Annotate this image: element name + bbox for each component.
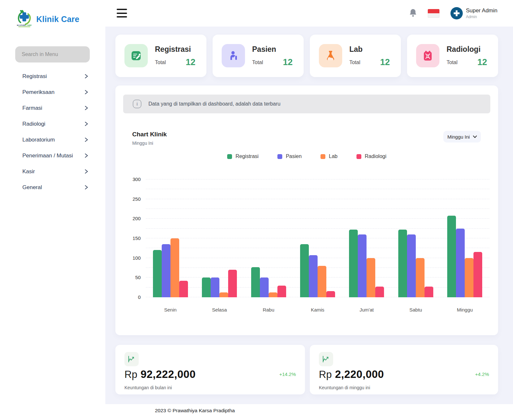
bar-lab: [465, 258, 473, 297]
topbar: Super Admin Admin: [105, 0, 513, 27]
sidebar-item-label: Registrasi: [22, 73, 47, 80]
bar-registrasi: [300, 244, 309, 297]
legend-item-registrasi[interactable]: Registrasi: [227, 153, 259, 159]
chevron-down-icon: [473, 135, 477, 138]
stat-title: Lab: [349, 45, 363, 54]
money-card-month: Rp 92,222,000 +14.2% Keuntungan di bulan…: [115, 345, 305, 394]
bar-pasien: [456, 229, 465, 297]
sidebar-item-label: Penerimaan / Mutasi: [22, 153, 73, 159]
bar-radiologi: [277, 286, 286, 297]
stat-value: 12: [380, 57, 390, 67]
patient-icon: [222, 44, 245, 67]
stat-total-label: Total: [155, 60, 166, 65]
sidebar-item-penerimaan-mutasi[interactable]: Penerimaan / Mutasi: [0, 148, 105, 164]
chevron-right-icon: [84, 74, 88, 79]
indonesia-flag-icon[interactable]: [428, 9, 439, 18]
period-filter-dropdown[interactable]: Minggu Ini: [443, 131, 481, 142]
legend-swatch: [227, 154, 232, 159]
info-banner-text: Data yang di tampilkan di dashboard, ada…: [148, 101, 280, 107]
bar-lab: [318, 266, 326, 297]
money-caption: Keuntungan di bulan ini: [124, 385, 172, 390]
notification-bell-icon[interactable]: [409, 8, 417, 18]
info-banner: i Data yang di tampilkan di dashboard, a…: [123, 95, 490, 113]
sidebar-item-radiologi[interactable]: Radiologi: [0, 116, 105, 132]
legend-item-radiologi[interactable]: Radiologi: [356, 153, 387, 159]
chart-subtitle: Minggu Ini: [132, 141, 153, 146]
stat-total-label: Total: [252, 60, 263, 65]
chevron-right-icon: [84, 90, 88, 95]
legend-label: Registrasi: [236, 153, 259, 159]
chevron-right-icon: [84, 153, 88, 158]
bar-group-rabu: [244, 179, 293, 297]
period-filter-value: Minggu Ini: [447, 134, 470, 140]
bar-pasien: [407, 234, 416, 297]
bar-lab: [170, 238, 179, 297]
bar-registrasi: [349, 230, 358, 297]
sidebar-item-kasir[interactable]: Kasir: [0, 164, 105, 179]
money-caption: Keuntungan di minggu ini: [319, 385, 370, 390]
brand-logo-row[interactable]: KLINIKCARE Klinik Care: [16, 9, 79, 29]
y-axis-tick-label: 0: [124, 294, 141, 300]
delta-badge: +14.2%: [279, 371, 296, 377]
delta-badge: +4.2%: [475, 371, 489, 377]
sidebar: KLINIKCARE Klinik Care Registrasi Pemeri…: [0, 0, 105, 420]
chevron-right-icon: [84, 185, 88, 190]
x-axis-tick-label: Selasa: [195, 307, 244, 312]
x-axis-tick-label: Kamis: [293, 307, 342, 312]
stat-total-label: Total: [447, 60, 458, 65]
sidebar-item-registrasi[interactable]: Registrasi: [0, 68, 105, 84]
stat-value: 12: [186, 57, 195, 67]
footer-copyright: 2023 © Prawathiya Karsa Pradiptha: [155, 408, 235, 414]
bar-registrasi: [398, 230, 407, 297]
chart-line-icon: [124, 352, 139, 366]
bar-radiologi: [473, 252, 482, 297]
stat-card-pasien: Pasien Total 12: [213, 35, 304, 77]
hamburger-menu-icon[interactable]: [117, 9, 127, 17]
y-axis-tick-label: 50: [124, 275, 141, 280]
dashboard-page: KLINIKCARE Klinik Care Registrasi Pemeri…: [0, 0, 513, 420]
bar-pasien: [358, 234, 367, 297]
sidebar-item-farmasi[interactable]: Farmasi: [0, 100, 105, 116]
amount-value: 92,222,000: [141, 368, 196, 380]
user-menu[interactable]: Super Admin Admin: [450, 7, 497, 19]
stat-title: Registrasi: [155, 45, 191, 54]
sidebar-item-label: Farmasi: [22, 105, 42, 111]
bar-lab: [367, 258, 375, 297]
bar-pasien: [162, 244, 170, 297]
bar-group-kamis: [293, 179, 342, 297]
stat-value: 12: [477, 57, 487, 67]
bar-groups: [146, 179, 489, 297]
legend-item-pasien[interactable]: Pasien: [277, 153, 302, 159]
legend-swatch: [277, 154, 282, 159]
bar-registrasi: [251, 267, 260, 297]
bar-chart-plot: 050100150200250300: [146, 179, 489, 297]
currency-label: Rp: [319, 369, 332, 380]
sidebar-item-laboratorium[interactable]: Laboratorium: [0, 132, 105, 148]
y-axis-tick-label: 150: [124, 235, 141, 241]
chevron-right-icon: [84, 137, 88, 142]
sidebar-item-label: Radiologi: [22, 121, 45, 127]
sidebar-item-label: Laboratorium: [22, 137, 55, 143]
bar-pasien: [260, 278, 269, 297]
x-axis-tick-label: Jum'at: [342, 307, 391, 312]
bar-registrasi: [202, 278, 211, 297]
stat-total-label: Total: [349, 60, 360, 65]
x-axis-tick-label: Rabu: [244, 307, 293, 312]
x-axis-tick-label: Sabtu: [391, 307, 440, 312]
bar-radiologi: [228, 270, 237, 297]
legend-item-lab[interactable]: Lab: [321, 153, 338, 159]
sidebar-item-pemeriksaan[interactable]: Pemeriksaan: [0, 84, 105, 100]
search-input[interactable]: [15, 46, 90, 62]
note-edit-icon: [124, 44, 148, 67]
amount-value: 2,220,000: [335, 368, 384, 380]
bar-pasien: [211, 278, 219, 297]
legend-swatch: [356, 154, 361, 159]
bar-group-senin: [146, 179, 195, 297]
bar-radiologi: [425, 287, 433, 297]
chevron-right-icon: [84, 169, 88, 174]
sidebar-item-general[interactable]: General: [0, 179, 105, 195]
legend-label: Radiologi: [365, 153, 387, 159]
chart-title: Chart Klinik: [132, 131, 167, 138]
stat-title: Pasien: [252, 45, 276, 54]
stat-value: 12: [283, 57, 293, 67]
